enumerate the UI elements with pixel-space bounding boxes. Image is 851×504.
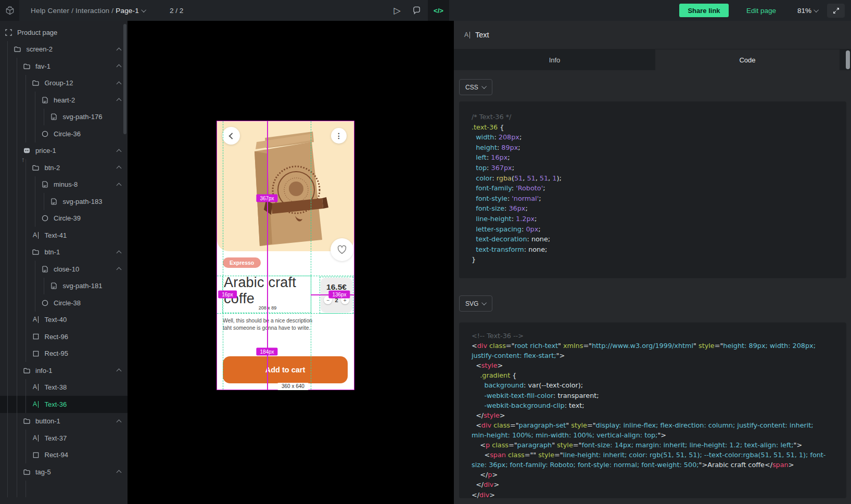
play-icon: ▷: [393, 5, 400, 16]
fullscreen-button[interactable]: [827, 4, 845, 18]
layer-row-Rect-95[interactable]: Rect-95: [0, 345, 128, 363]
favorite-button[interactable]: [331, 238, 353, 261]
svg-select-value: SVG: [465, 300, 478, 307]
sidebar-scrollbar[interactable]: [123, 24, 126, 134]
share-link-button[interactable]: Share link: [679, 4, 729, 17]
tab-code[interactable]: Code: [655, 49, 840, 70]
code-line: <!-- Text-36 -->: [472, 331, 846, 341]
layer-row-btn-2[interactable]: ↑btn-2: [0, 159, 128, 176]
code-line: -webkit-background-clip: text;: [472, 400, 846, 410]
product-title[interactable]: Arabic craft coffe: [224, 275, 311, 307]
layer-row-price-1[interactable]: price-1: [0, 143, 128, 160]
layers-sidebar: Product pagescreen-2fav-1Group-12heart-2…: [0, 21, 128, 504]
layer-row-btn-1[interactable]: btn-1: [0, 244, 128, 261]
layer-row-fav-1[interactable]: fav-1: [0, 58, 128, 75]
zoom-level-control[interactable]: 81%: [797, 0, 819, 21]
layer-row-svg-path-181[interactable]: svg-path-181: [0, 278, 128, 295]
app-logo[interactable]: [0, 0, 19, 21]
phone-screen-frame[interactable]: ⋮ Expresso Arabic craft coffe 208 x 89 1…: [217, 121, 354, 390]
collapse-caret-icon[interactable]: [117, 149, 122, 154]
layer-row-svg-path-176[interactable]: svg-path-176: [0, 109, 128, 126]
collapse-caret-icon[interactable]: [117, 419, 122, 424]
collapse-caret-icon[interactable]: [117, 369, 122, 374]
layer-row-Group-12[interactable]: Group-12: [0, 75, 128, 92]
text-icon: A: [32, 400, 40, 408]
breadcrumb-page-name[interactable]: Page-1: [116, 7, 139, 15]
tab-info[interactable]: Info: [454, 49, 655, 70]
collapse-caret-icon[interactable]: [117, 81, 122, 86]
collapse-caret-icon[interactable]: [117, 64, 122, 70]
layer-label: Text-38: [45, 383, 67, 391]
text-icon: A: [32, 383, 40, 392]
code-view-button[interactable]: </>: [428, 0, 449, 21]
collapse-caret-icon[interactable]: [117, 98, 122, 104]
layer-row-tag-5[interactable]: tag-5: [0, 463, 128, 481]
text-layer-icon: A: [464, 32, 470, 38]
comments-button[interactable]: [408, 0, 425, 21]
edit-page-link[interactable]: Edit page: [746, 0, 776, 21]
code-line: <div class="root rich-text" xmlns="http:…: [472, 341, 846, 351]
collapse-caret-icon[interactable]: [117, 166, 122, 171]
design-canvas[interactable]: ⋮ Expresso Arabic craft coffe 208 x 89 1…: [128, 21, 454, 504]
code-line: <span class="" style="line-height: inher…: [472, 450, 846, 460]
layer-row-info-1[interactable]: info-1: [0, 362, 128, 379]
code-line: color: rgba(51, 51, 51, 1);: [472, 173, 846, 184]
layer-row-screen-2[interactable]: screen-2: [0, 41, 128, 58]
layer-row-Product page[interactable]: Product page: [0, 24, 128, 41]
layer-row-Circle-38[interactable]: Circle-38: [0, 294, 128, 312]
layer-row-minus-8[interactable]: minus-8: [0, 176, 128, 193]
layer-label: svg-path-181: [63, 282, 103, 290]
layer-label: Product page: [17, 29, 57, 36]
layer-row-Text-36[interactable]: AText-36: [0, 396, 128, 413]
layer-row-button-1[interactable]: button-1: [0, 413, 128, 430]
code-line: -webkit-text-fill-color: transparent;: [472, 391, 846, 400]
layer-row-close-10[interactable]: close-10: [0, 261, 128, 278]
panel-scrollbar[interactable]: [846, 50, 850, 69]
layer-label: Circle-39: [54, 214, 81, 222]
chevron-down-icon[interactable]: [141, 7, 146, 12]
product-description[interactable]: Well, this should be a nice description …: [223, 317, 320, 331]
css-format-select[interactable]: CSS: [459, 79, 492, 95]
collapse-caret-icon[interactable]: [117, 267, 122, 273]
layer-row-Text-38[interactable]: AText-38: [0, 379, 128, 396]
code-line: text-transform: none;: [472, 244, 846, 255]
expand-icon: [833, 7, 840, 14]
top-bar: Help Center / Interaction / Page-1 2 / 2…: [0, 0, 851, 21]
svg-code-block: <!-- Text-36 --><div class="root rich-te…: [459, 322, 846, 498]
layer-label: Text-37: [45, 434, 67, 442]
coffee-bag-image[interactable]: [234, 126, 338, 249]
layer-label: heart-2: [54, 96, 75, 104]
circle-icon: [41, 130, 49, 138]
code-line: letter-spacing: 0px;: [472, 224, 846, 235]
layer-row-Text-41[interactable]: AText-41: [0, 227, 128, 244]
collapse-caret-icon[interactable]: [117, 183, 122, 188]
product-tag-badge[interactable]: Expresso: [223, 257, 261, 268]
guide-dashed-bottom: [217, 313, 354, 314]
collapse-caret-icon[interactable]: [117, 47, 122, 53]
layer-label: Rect-96: [45, 333, 69, 341]
code-line: </div>: [472, 480, 846, 489]
layer-row-Text-37[interactable]: AText-37: [0, 430, 128, 447]
collapse-caret-icon[interactable]: [117, 470, 122, 475]
layer-row-Rect-94[interactable]: Rect-94: [0, 447, 128, 464]
more-options-button[interactable]: ⋮: [331, 128, 347, 144]
breadcrumb[interactable]: Help Center / Interaction / Page-1: [31, 0, 146, 21]
frame-icon: [4, 28, 12, 36]
collapse-caret-icon[interactable]: [117, 250, 122, 255]
svg-format-select[interactable]: SVG: [459, 295, 492, 312]
layer-row-Circle-36[interactable]: Circle-36: [0, 125, 128, 143]
layer-row-heart-2[interactable]: heart-2: [0, 92, 128, 109]
layer-row-empty: [0, 481, 128, 498]
layer-label: btn-1: [45, 248, 60, 256]
layer-row-Rect-96[interactable]: Rect-96: [0, 328, 128, 345]
layer-label: price-1: [35, 147, 56, 154]
code-line: </div>: [472, 490, 846, 499]
play-button[interactable]: ▷: [389, 0, 405, 21]
layer-row-svg-path-183[interactable]: svg-path-183: [0, 193, 128, 210]
layer-row-Text-40[interactable]: AText-40: [0, 312, 128, 329]
kebab-menu-icon: ⋮: [335, 132, 342, 140]
layer-label: Text-36: [45, 400, 67, 408]
back-button[interactable]: [222, 127, 240, 145]
add-to-cart-button[interactable]: Add to cart: [223, 356, 348, 383]
layer-row-Circle-39[interactable]: Circle-39: [0, 210, 128, 227]
